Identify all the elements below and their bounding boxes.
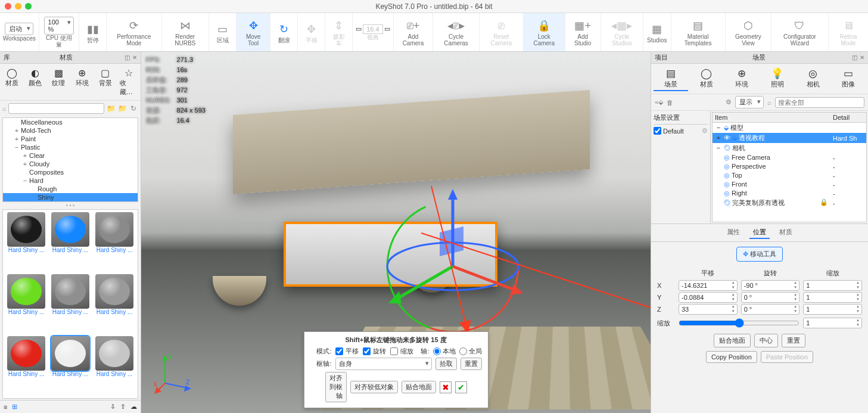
cycle-studios-button[interactable]: ◂▦▸Cycle Studios (601, 13, 643, 51)
cpu-dropdown[interactable]: 100 % (44, 17, 74, 35)
undock-icon[interactable]: ◫ (125, 54, 130, 61)
paste-position-button[interactable]: Paste Position (761, 351, 813, 363)
center-button[interactable]: 中心 (754, 334, 778, 347)
tab-material[interactable]: ◯材质 (1, 66, 22, 98)
reset-pivot-button[interactable]: 重置 (461, 358, 482, 370)
tree-item[interactable]: Composites (3, 168, 138, 176)
fov-input[interactable] (363, 24, 383, 34)
reset-camera-button[interactable]: ⎚Reset Camera (480, 13, 524, 51)
tab-environment[interactable]: ⊕环境 (724, 66, 759, 91)
axis-global-radio[interactable]: 全局 (459, 347, 482, 356)
undock-icon[interactable]: ◫ (852, 54, 857, 61)
material-thumbnail[interactable]: Hard Shiny ... (49, 212, 91, 272)
align-pivot-button[interactable]: 对齐到枢轴 (325, 372, 347, 402)
tab-texture[interactable]: ▩纹理 (48, 66, 69, 98)
rz-input[interactable] (741, 304, 800, 315)
add-camera-button[interactable]: ⎚+Add Camera (394, 13, 434, 51)
trash-icon[interactable]: 🗑 (667, 99, 673, 106)
material-thumbnail[interactable]: Hard Shiny ... (49, 336, 91, 396)
default-check[interactable]: Default (654, 127, 684, 135)
tree-item[interactable]: +Cloudy (3, 160, 138, 168)
scene-item[interactable]: − ⬙ 模型 (713, 123, 866, 133)
cancel-button[interactable]: ✖ (440, 381, 452, 393)
cycle-cameras-button[interactable]: ◂⎚▸Cycle Cameras (433, 13, 480, 51)
scene-item[interactable]: ◎ Free Camera- (713, 153, 866, 162)
geometry-view-button[interactable]: ⬡Geometry View (726, 13, 771, 51)
fov-group[interactable]: ▭▭ 视角 (353, 13, 393, 51)
material-thumbnail[interactable]: Hard Shiny ... (49, 274, 91, 334)
tree-item[interactable]: −Plastic (3, 143, 138, 151)
confirm-button[interactable]: ✔ (455, 381, 467, 393)
list-view-icon[interactable]: ≡ (4, 403, 7, 411)
grid-view-icon[interactable]: ⊞ (12, 403, 17, 411)
tree-item[interactable]: Miscellaneous (3, 118, 138, 126)
copy-position-button[interactable]: Copy Position (706, 351, 757, 363)
configurator-button[interactable]: 🛡Configurator Wizard (771, 13, 829, 51)
tree-item[interactable]: +Mold-Tech (3, 126, 138, 135)
close-icon[interactable]: ✕ (132, 54, 137, 61)
tab-materials[interactable]: 材质 (776, 226, 796, 239)
sx-input[interactable] (803, 280, 862, 291)
show-dropdown[interactable]: 显示 (735, 96, 764, 108)
sy-input[interactable] (803, 292, 862, 303)
scale-input[interactable] (803, 318, 862, 328)
performance-button[interactable]: ⟳Performance Mode (107, 13, 161, 51)
pan-button[interactable]: ✥平移 (298, 13, 325, 51)
workspaces-group[interactable]: 启动 Workspaces (0, 13, 39, 51)
move-tool-button[interactable]: ✥Move Tool (237, 13, 270, 51)
tree-item[interactable]: Shiny (3, 193, 138, 201)
snap-ground-button[interactable]: 贴合地面 (714, 334, 751, 347)
scene-item[interactable]: ◎ Right- (713, 189, 866, 198)
refresh-icon[interactable]: ↻ (129, 104, 138, 113)
gear-icon[interactable]: ⚙ (726, 98, 732, 106)
library-search-input[interactable] (8, 103, 104, 114)
material-thumbnail[interactable]: Hard Shiny ... (5, 336, 47, 396)
scale-slider[interactable] (679, 318, 799, 328)
scene-tree[interactable]: ItemDetail − ⬙ 模型+ 👁 ⬙ 透视教程Hard Sh− ◎ 相机… (712, 112, 867, 222)
material-tree[interactable]: Miscellaneous+Mold-Tech+Paint−Plastic+Cl… (2, 117, 138, 202)
sz-input[interactable] (803, 304, 862, 315)
align-low-button[interactable]: 对齐较低对象 (350, 381, 398, 393)
tab-environment[interactable]: ⊕环境 (71, 66, 92, 98)
cpu-usage-group[interactable]: 100 % CPU 使用量 (39, 13, 80, 51)
rx-input[interactable] (741, 280, 800, 291)
lock-camera-button[interactable]: 🔒Lock Camera (524, 13, 565, 51)
move-tool-button[interactable]: ✥ 移动工具 (736, 247, 783, 262)
scene-item[interactable]: + 👁 ⬙ 透视教程Hard Sh (713, 133, 866, 143)
region-button[interactable]: ▭区域 (209, 13, 237, 51)
import-icon[interactable]: ⇩ (110, 403, 116, 411)
tree-item[interactable]: +Paint (3, 135, 138, 143)
tab-favorites[interactable]: ☆收藏… (119, 66, 139, 98)
tab-image[interactable]: ▭图像 (831, 66, 866, 91)
snap-ground-button[interactable]: 贴合地面 (402, 381, 436, 393)
tz-input[interactable] (679, 304, 738, 315)
folder-icon[interactable]: 📁 (106, 104, 116, 113)
scene-item[interactable]: ◎ Front- (713, 180, 866, 189)
gear-icon[interactable]: ⚙ (702, 127, 708, 135)
tab-material[interactable]: ◯材质 (689, 66, 724, 91)
mode-rotate-check[interactable]: 旋转 (362, 347, 386, 356)
pause-button[interactable]: ▮▮暂停 (79, 13, 107, 51)
tree-item[interactable]: −Hard (3, 176, 138, 185)
material-thumbnail[interactable]: Hard Shiny ... (94, 274, 135, 334)
studios-button[interactable]: ▦Studios (643, 13, 671, 51)
ty-input[interactable] (679, 292, 738, 303)
tab-scene[interactable]: ▤场景 (654, 66, 688, 91)
add-studio-button[interactable]: ▦+Add Studio (565, 13, 601, 51)
tree-item[interactable]: +Clear (3, 151, 138, 160)
reset-button[interactable]: 重置 (782, 334, 805, 347)
mode-translate-check[interactable]: 平移 (335, 347, 359, 356)
material-templates-button[interactable]: ▤Material Templates (671, 13, 726, 51)
retina-button[interactable]: 🖥Retina Mode (829, 13, 868, 51)
close-icon[interactable]: ✕ (860, 54, 864, 61)
tab-color[interactable]: ◐颜色 (24, 66, 45, 98)
selected-object[interactable] (284, 222, 497, 287)
mode-scale-check[interactable]: 缩放 (390, 347, 413, 356)
scene-item[interactable]: ◎ 完美复制原有透视 🔒- (713, 198, 866, 208)
material-thumbnail[interactable]: Hard Shiny ... (5, 274, 47, 334)
dolly-button[interactable]: ⇕摄影车 (325, 13, 353, 51)
material-thumbnail[interactable]: Hard Shiny ... (94, 336, 135, 396)
tree-item[interactable]: Rough (3, 185, 138, 193)
tab-camera[interactable]: ◎相机 (796, 66, 830, 91)
tab-properties[interactable]: 属性 (723, 226, 743, 239)
